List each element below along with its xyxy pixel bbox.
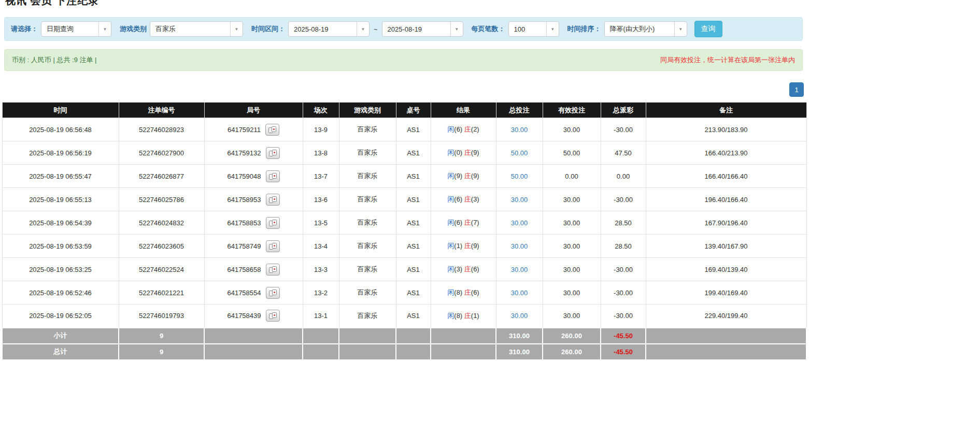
table-row: 2025-08-19 06:53:25522746022524641758658… (2, 258, 806, 281)
round-cell: 641758749 (204, 235, 303, 258)
summary-valid-bet-cell: 260.00 (543, 344, 601, 360)
table-number-cell: AS1 (396, 281, 431, 305)
search-button[interactable]: 查询 (694, 21, 722, 37)
round-detail-button[interactable] (266, 147, 280, 159)
player-result-label: 闲 (447, 242, 454, 250)
remark-cell: 167.90/196.40 (646, 211, 806, 235)
column-header: 备注 (646, 103, 806, 118)
banker-result-score: (1) (471, 312, 479, 320)
total-bet-link[interactable]: 30.00 (511, 289, 528, 297)
page-button-1[interactable]: 1 (789, 82, 804, 97)
bet-id-cell: 522746024832 (119, 211, 204, 235)
query-type-value: 日期查询 (41, 24, 74, 34)
date-to-select[interactable]: 2025-08-19 ▼ (382, 21, 463, 37)
summary-payout-cell: -45.50 (601, 328, 646, 344)
session-cell: 13-5 (303, 211, 339, 235)
time-cell: 2025-08-19 06:53:25 (2, 258, 119, 281)
round-cell: 641758658 (204, 258, 303, 281)
total-bet-link[interactable]: 30.00 (511, 312, 528, 320)
cards-icon (269, 243, 277, 250)
remark-cell: 213.90/183.90 (646, 118, 806, 141)
total-bet-link[interactable]: 50.00 (511, 149, 528, 157)
player-result-score: (6) (454, 195, 462, 203)
round-detail-button[interactable] (266, 264, 280, 276)
time-cell: 2025-08-19 06:53:59 (2, 235, 119, 258)
total-bet-link[interactable]: 30.00 (511, 266, 528, 273)
game-category-cell: 百家乐 (339, 141, 396, 165)
result-cell: 闲(8) 庄(6) (431, 281, 496, 305)
round-wrap: 641758749 (227, 240, 279, 252)
banker-result-score: (6) (471, 265, 479, 273)
currency-summary-text: 币别 : 人民币 | 总共 :9 注单 | (12, 55, 97, 65)
round-detail-button[interactable] (265, 124, 279, 136)
summary-remark-cell (646, 328, 806, 344)
chevron-down-icon: ▼ (357, 22, 369, 36)
cards-icon (269, 312, 277, 319)
round-detail-button[interactable] (266, 240, 280, 252)
column-header: 总派彩 (601, 103, 646, 118)
result-cell: 闲(6) 庄(7) (431, 211, 496, 235)
round-wrap: 641759132 (227, 147, 279, 159)
summary-empty-cell (204, 328, 303, 344)
game-category-select[interactable]: 百家乐 ▼ (150, 21, 243, 37)
banker-result-score: (6) (471, 288, 479, 296)
remark-cell: 229.40/199.40 (646, 305, 806, 328)
total-bet-link[interactable]: 30.00 (511, 242, 528, 250)
player-result-score: (6) (454, 219, 462, 226)
banker-result-label: 庄 (464, 265, 471, 273)
sort-order-label: 时间排序： (567, 24, 601, 34)
filter-bar: 请选择： 日期查询 ▼ 游戏类别 百家乐 ▼ 时间区间： 2025-08-19 … (4, 17, 803, 41)
result-cell: 闲(0) 庄(9) (431, 141, 496, 165)
player-result-score: (8) (454, 288, 462, 296)
table-row: 2025-08-19 06:53:59522746023605641758749… (2, 235, 806, 258)
table-header-row: 时间注单编号局号场次游戏类别桌号结果总投注有效投注总派彩备注 (2, 103, 806, 118)
chevron-down-icon: ▼ (674, 22, 687, 36)
round-detail-button[interactable] (266, 217, 280, 229)
result-cell: 闲(8) 庄(1) (431, 305, 496, 328)
session-cell: 13-2 (303, 281, 339, 305)
time-cell: 2025-08-19 06:52:46 (2, 281, 119, 305)
result-cell: 闲(3) 庄(6) (431, 258, 496, 281)
chevron-down-icon: ▼ (546, 22, 559, 36)
summary-empty-cell (431, 344, 496, 360)
result-cell: 闲(6) 庄(2) (431, 118, 496, 141)
cards-icon (269, 266, 277, 273)
sort-order-select[interactable]: 降幂(由大到小) ▼ (604, 21, 687, 37)
round-detail-button[interactable] (266, 194, 280, 206)
payout-cell: 28.50 (601, 211, 646, 235)
remark-cell: 166.40/166.40 (646, 165, 806, 188)
table-row: 2025-08-19 06:56:48522746028923641759211… (2, 118, 806, 141)
page-size-select[interactable]: 100 ▼ (508, 21, 559, 37)
round-detail-button[interactable] (266, 310, 280, 322)
date-from-select[interactable]: 2025-08-19 ▼ (288, 21, 370, 37)
player-result-score: (6) (454, 125, 462, 133)
cards-icon (269, 150, 277, 156)
chevron-down-icon: ▼ (98, 22, 111, 36)
banker-result-score: (9) (471, 149, 479, 156)
column-header: 局号 (204, 103, 303, 118)
payout-cell: 28.50 (601, 235, 646, 258)
query-type-select[interactable]: 日期查询 ▼ (41, 21, 111, 37)
banker-result-label: 庄 (464, 312, 471, 320)
total-bet-link[interactable]: 50.00 (511, 172, 528, 180)
session-cell: 13-6 (303, 188, 339, 211)
table-row: 2025-08-19 06:55:47522746026877641759048… (2, 165, 806, 188)
total-bet-link[interactable]: 30.00 (511, 219, 528, 227)
player-result-label: 闲 (447, 219, 454, 226)
round-cell: 641759211 (204, 118, 303, 141)
bet-records-table: 时间注单编号局号场次游戏类别桌号结果总投注有效投注总派彩备注 2025-08-1… (2, 102, 807, 360)
total-bet-link[interactable]: 30.00 (511, 126, 528, 134)
payout-cell: 0.00 (601, 165, 646, 188)
banker-result-score: (3) (471, 195, 479, 203)
table-row: 2025-08-19 06:56:19522746027900641759132… (2, 141, 806, 165)
total-bet-link[interactable]: 30.00 (511, 196, 528, 204)
round-cell: 641758853 (204, 211, 303, 235)
remark-cell: 196.40/166.40 (646, 188, 806, 211)
round-detail-button[interactable] (266, 287, 280, 299)
banker-result-score: (7) (471, 219, 479, 226)
round-detail-button[interactable] (266, 170, 280, 182)
total-bet-cell: 30.00 (496, 188, 543, 211)
time-cell: 2025-08-19 06:55:13 (2, 188, 119, 211)
round-cell: 641759048 (204, 165, 303, 188)
player-result-score: (8) (454, 312, 462, 320)
